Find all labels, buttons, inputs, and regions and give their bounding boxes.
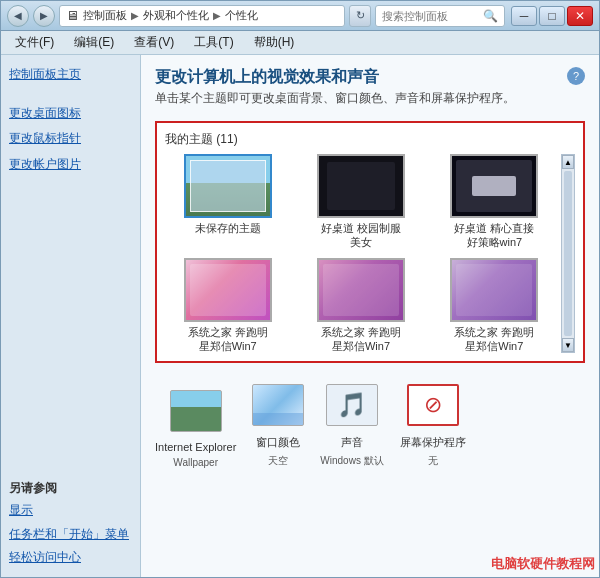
page-subtitle: 单击某个主题即可更改桌面背景、窗口颜色、声音和屏幕保护程序。 xyxy=(155,90,515,107)
theme-label-5: 系统之家 奔跑明星郑信Win7 xyxy=(449,325,539,354)
breadcrumb-arrow2: ▶ xyxy=(213,10,221,21)
themes-grid: 未保存的主题 好桌道 校园制服美女 xyxy=(165,154,557,353)
theme-item-1[interactable]: 好桌道 校园制服美女 xyxy=(298,154,423,250)
theme-item-2[interactable]: 好桌道 精心直接好策略win7 xyxy=(432,154,557,250)
content-area: 更改计算机上的视觉效果和声音 单击某个主题即可更改桌面背景、窗口颜色、声音和屏幕… xyxy=(141,55,599,577)
bottom-icon-desktop-bg xyxy=(170,385,222,437)
theme-label-0: 未保存的主题 xyxy=(195,221,261,235)
sidebar-display[interactable]: 显示 xyxy=(9,503,33,517)
theme-label-3: 系统之家 奔跑明星郑信Win7 xyxy=(183,325,273,354)
theme-item-0[interactable]: 未保存的主题 xyxy=(165,154,290,250)
sidebar-desktop-icons[interactable]: 更改桌面图标 xyxy=(9,104,132,123)
main-layout: 控制面板主页 更改桌面图标 更改鼠标指针 更改帐户图片 另请参阅 显示 任务栏和… xyxy=(1,55,599,577)
breadcrumb-arrow1: ▶ xyxy=(131,10,139,21)
close-button[interactable]: ✕ xyxy=(567,6,593,26)
search-input[interactable] xyxy=(382,10,479,22)
bottom-item-window-color[interactable]: 窗口颜色 天空 xyxy=(252,379,304,468)
theme-thumb-5 xyxy=(450,258,538,322)
maximize-button[interactable]: □ xyxy=(539,6,565,26)
sidebar-also-title: 另请参阅 xyxy=(9,480,132,497)
forward-button[interactable]: ▶ xyxy=(33,5,55,27)
themes-section: 我的主题 (11) 未保存的主题 xyxy=(155,121,585,363)
bottom-label-main-3: 屏幕保护程序 xyxy=(400,435,466,450)
theme-item-3[interactable]: 系统之家 奔跑明星郑信Win7 xyxy=(165,258,290,354)
scroll-up-button[interactable]: ▲ xyxy=(562,155,574,169)
search-icon: 🔍 xyxy=(483,9,498,23)
theme-thumb-0 xyxy=(184,154,272,218)
menu-help[interactable]: 帮助(H) xyxy=(250,32,299,53)
scroll-thumb[interactable] xyxy=(564,171,572,336)
scrollbar-track[interactable]: ▲ ▼ xyxy=(561,154,575,353)
breadcrumb-cp: 控制面板 xyxy=(83,8,127,23)
sidebar: 控制面板主页 更改桌面图标 更改鼠标指针 更改帐户图片 另请参阅 显示 任务栏和… xyxy=(1,55,141,577)
refresh-button[interactable]: ↻ xyxy=(349,5,371,27)
title-bar: ◀ ▶ 更改计算机上的视觉效果和声音 🖥 控制面板 ▶ 外观和个性化 ▶ 个性化… xyxy=(1,1,599,31)
theme-thumb-2 xyxy=(450,154,538,218)
bottom-label-sub-2: Windows 默认 xyxy=(320,454,383,468)
theme-label-4: 系统之家 奔跑明星郑信Win7 xyxy=(316,325,406,354)
themes-section-label: 我的主题 (11) xyxy=(165,131,575,148)
theme-label-2: 好桌道 精心直接好策略win7 xyxy=(449,221,539,250)
sidebar-account-picture[interactable]: 更改帐户图片 xyxy=(9,155,132,174)
bottom-item-desktop-bg[interactable]: Internet Explorer Wallpaper xyxy=(155,385,236,468)
address-bar[interactable]: 更改计算机上的视觉效果和声音 🖥 控制面板 ▶ 外观和个性化 ▶ 个性化 xyxy=(59,5,345,27)
bottom-icon-window-color xyxy=(252,379,304,431)
sidebar-taskbar[interactable]: 任务栏和「开始」菜单 xyxy=(9,527,129,541)
bottom-icon-sound: 🎵 xyxy=(326,379,378,431)
bottom-label-main-1: 窗口颜色 xyxy=(256,435,300,450)
breadcrumb-icon: 🖥 xyxy=(66,8,79,23)
bottom-label-main-2: 声音 xyxy=(341,435,363,450)
sidebar-mouse-pointer[interactable]: 更改鼠标指针 xyxy=(9,129,132,148)
bottom-icon-screensaver: ⊘ xyxy=(407,379,459,431)
menu-bar: 文件(F) 编辑(E) 查看(V) 工具(T) 帮助(H) xyxy=(1,31,599,55)
search-bar[interactable]: 🔍 xyxy=(375,5,505,27)
bottom-item-sound[interactable]: 🎵 声音 Windows 默认 xyxy=(320,379,383,468)
theme-thumb-1 xyxy=(317,154,405,218)
menu-edit[interactable]: 编辑(E) xyxy=(70,32,118,53)
window: ◀ ▶ 更改计算机上的视觉效果和声音 🖥 控制面板 ▶ 外观和个性化 ▶ 个性化… xyxy=(0,0,600,578)
page-title: 更改计算机上的视觉效果和声音 xyxy=(155,67,515,88)
help-button[interactable]: ? xyxy=(567,67,585,85)
window-controls: ─ □ ✕ xyxy=(511,6,593,26)
bottom-item-screensaver[interactable]: ⊘ 屏幕保护程序 无 xyxy=(400,379,466,468)
theme-thumb-4 xyxy=(317,258,405,322)
menu-file[interactable]: 文件(F) xyxy=(11,32,58,53)
sidebar-home[interactable]: 控制面板主页 xyxy=(9,65,132,84)
menu-view[interactable]: 查看(V) xyxy=(130,32,178,53)
themes-with-scroll: 未保存的主题 好桌道 校园制服美女 xyxy=(165,154,575,353)
sidebar-accessibility[interactable]: 轻松访问中心 xyxy=(9,550,81,564)
theme-label-1: 好桌道 校园制服美女 xyxy=(316,221,406,250)
theme-thumb-3 xyxy=(184,258,272,322)
watermark: 电脑软硬件教程网 xyxy=(491,555,595,573)
bottom-label-sub-3: 无 xyxy=(428,454,438,468)
scroll-down-button[interactable]: ▼ xyxy=(562,338,574,352)
back-button[interactable]: ◀ xyxy=(7,5,29,27)
bottom-label-sub-1: 天空 xyxy=(268,454,288,468)
bottom-icons-row: Internet Explorer Wallpaper 窗口颜色 天空 xyxy=(155,371,585,476)
theme-item-4[interactable]: 系统之家 奔跑明星郑信Win7 xyxy=(298,258,423,354)
bottom-label-sub-0: Wallpaper xyxy=(173,457,218,468)
title-bar-left: ◀ ▶ 更改计算机上的视觉效果和声音 🖥 控制面板 ▶ 外观和个性化 ▶ 个性化… xyxy=(7,5,505,27)
menu-tools[interactable]: 工具(T) xyxy=(190,32,237,53)
breadcrumb-personalization: 个性化 xyxy=(225,8,258,23)
bottom-label-main-0: Internet Explorer xyxy=(155,441,236,453)
theme-item-5[interactable]: 系统之家 奔跑明星郑信Win7 xyxy=(432,258,557,354)
minimize-button[interactable]: ─ xyxy=(511,6,537,26)
breadcrumb-appearance: 外观和个性化 xyxy=(143,8,209,23)
